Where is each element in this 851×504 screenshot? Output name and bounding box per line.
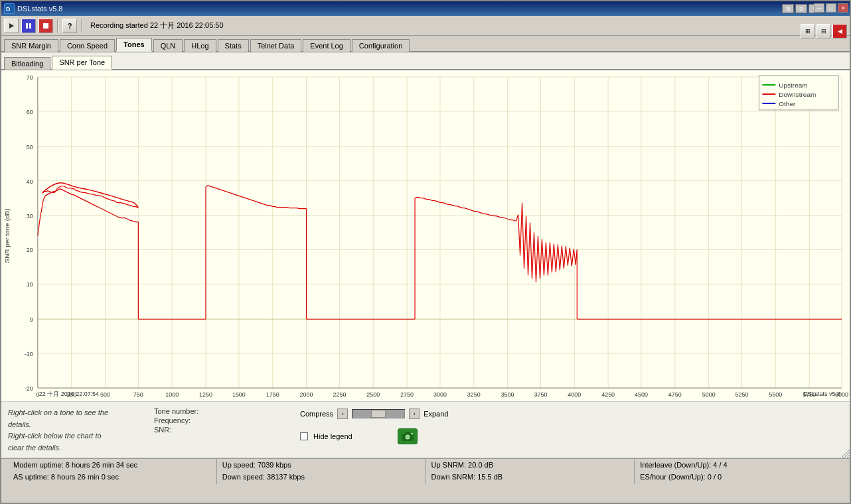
svg-text:3250: 3250 [467,391,481,398]
svg-rect-5 [43,23,48,29]
svg-text:1750: 1750 [266,391,279,398]
extra-btn3[interactable]: ◀ [832,24,847,38]
svg-text:1250: 1250 [199,391,212,398]
snr-label: SNR: [154,426,171,434]
svg-text:-10: -10 [25,351,33,357]
status-interleave: Interleave (Down/Up): 4 / 4 ES/hour (Dow… [635,458,843,484]
svg-text:22 十月 2016 22:07:54: 22 十月 2016 22:07:54 [39,391,99,397]
svg-text:50: 50 [27,144,33,151]
svg-text:750: 750 [133,391,143,398]
svg-line-104 [844,452,850,458]
svg-text:60: 60 [27,109,33,115]
svg-rect-102 [411,433,413,434]
svg-text:D: D [6,6,11,13]
svg-text:3750: 3750 [534,391,547,398]
titlebar-controls[interactable]: ─ □ ✕ [814,3,848,13]
tone-number-label: Tone number: [154,407,198,415]
svg-text:20: 20 [27,247,33,253]
down-snrm: Down SNRM: 15.5 dB [431,472,629,483]
svg-text:3000: 3000 [433,391,447,398]
titlebar: D DSLstats v5.8 ⊞ ⊟ ▾ ─ □ ✕ [1,1,850,16]
svg-text:2750: 2750 [400,391,414,398]
maximize-button[interactable]: □ [826,3,836,13]
svg-text:Downstream: Downstream [779,91,816,98]
minimize-button[interactable]: ─ [814,3,824,13]
svg-text:10: 10 [27,281,33,288]
help-button[interactable]: ? [62,19,77,33]
frequency-label: Frequency: [154,416,191,424]
interleave: Interleave (Down/Up): 4 / 4 [640,460,838,472]
svg-text:5000: 5000 [702,391,716,398]
hide-legend-label: Hide legend [313,432,352,440]
toolbar: ? Recording started 22 十月 2016 22:05:50 … [1,16,850,36]
compress-label: Compress [300,410,333,418]
resize-handle [839,447,850,458]
bottom-area: Right-click on a tone to see thedetails.… [1,402,850,458]
toolbar-separator2 [81,19,82,32]
compress-right-button[interactable]: › [409,409,420,419]
svg-rect-4 [29,23,31,29]
svg-text:Upstream: Upstream [779,82,807,89]
compress-expand-control: Compress ‹ › Expand [300,409,448,419]
svg-text:500: 500 [100,391,110,398]
up-snrm: Up SNRM: 20.0 dB [431,460,629,472]
chart-svg: 70 60 50 40 30 20 10 0 -10 -20 0 250 500… [1,70,850,401]
camera-button[interactable] [398,428,418,444]
play-button[interactable] [4,19,19,33]
toolbar-separator [57,19,58,32]
chart-area[interactable]: 70 60 50 40 30 20 10 0 -10 -20 0 250 500… [1,70,850,402]
tab-conn-speed[interactable]: Conn Speed [60,39,115,52]
stop-button[interactable] [39,19,53,33]
app-title: DSLstats v5.8 [17,5,62,13]
tab-tones[interactable]: Tones [116,38,152,52]
frequency-row: Frequency: [154,416,273,424]
svg-text:1500: 1500 [232,391,246,398]
compress-left-button[interactable]: ‹ [337,409,348,419]
svg-text:2000: 2000 [300,391,313,398]
svg-text:2250: 2250 [333,391,346,398]
es-hour: ES/hour (Down/Up): 0 / 0 [640,472,838,483]
modem-uptime: Modem uptime: 8 hours 26 min 34 sec [13,460,211,472]
tab-configuration[interactable]: Configuration [352,39,410,52]
svg-text:DSLstats v5.8: DSLstats v5.8 [803,391,840,397]
svg-text:30: 30 [27,213,33,220]
snr-row: SNR: [154,426,273,434]
sub-tab-snr-per-tone[interactable]: SNR per Tone [52,56,112,70]
pause-button[interactable] [21,19,36,33]
svg-rect-3 [26,23,28,29]
svg-marker-2 [9,23,14,29]
svg-text:5250: 5250 [735,391,749,398]
svg-text:0: 0 [30,316,33,323]
svg-text:Other: Other [779,100,796,107]
compress-thumb [371,410,386,418]
tab-telnet[interactable]: Telnet Data [250,39,302,52]
status-snrm: Up SNRM: 20.0 dB Down SNRM: 15.5 dB [426,458,635,484]
hide-legend-checkbox[interactable] [300,432,308,440]
close-button[interactable]: ✕ [838,3,848,13]
compress-slider[interactable] [352,409,405,418]
svg-line-105 [847,455,850,458]
status-speed: Up speed: 7039 kbps Down speed: 38137 kb… [217,458,426,484]
svg-rect-101 [405,432,410,434]
svg-text:-20: -20 [25,385,33,392]
tab-snr-margin[interactable]: SNR Margin [4,39,58,52]
svg-text:4500: 4500 [635,391,648,398]
svg-point-100 [406,436,409,438]
tone-info: Tone number: Frequency: SNR: [154,407,273,435]
up-speed: Up speed: 7039 kbps [222,460,420,472]
svg-text:40: 40 [27,178,33,185]
extra-btn1[interactable]: ⊞ [801,24,815,38]
app-icon: D [4,3,15,14]
svg-text:1000: 1000 [165,391,179,398]
svg-text:2500: 2500 [366,391,380,398]
tab-qln[interactable]: QLN [153,39,183,52]
status-uptime: Modem uptime: 8 hours 26 min 34 sec AS u… [8,458,217,484]
tab-hlog[interactable]: HLog [184,39,216,52]
down-speed: Down speed: 38137 kbps [222,472,420,483]
hide-legend-row: Hide legend [300,428,448,444]
tab-event-log[interactable]: Event Log [303,39,350,52]
svg-text:3500: 3500 [501,391,514,398]
tab-stats[interactable]: Stats [218,39,249,52]
extra-btn2[interactable]: ⊟ [816,24,831,38]
sub-tab-bitloading[interactable]: Bitloading [4,57,50,70]
